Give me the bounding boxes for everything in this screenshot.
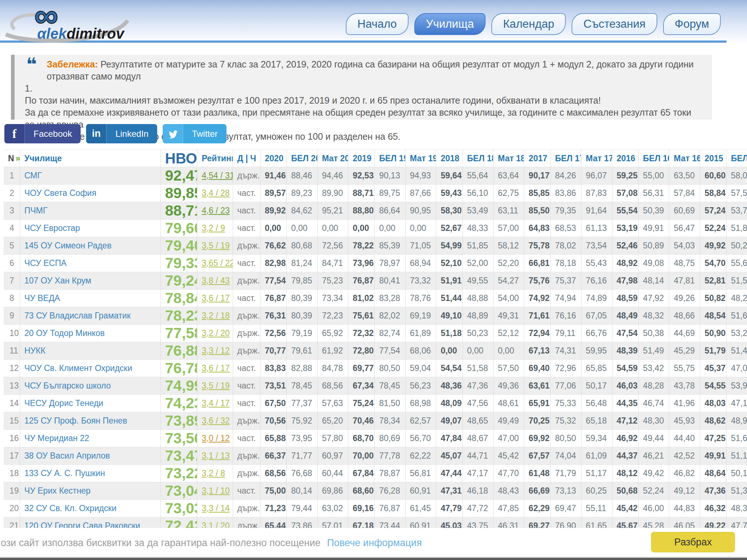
school-link[interactable]: 32 СУ Св. Кл. Охридски	[24, 503, 117, 513]
school-link[interactable]: НУКК	[24, 346, 46, 355]
brand-logo[interactable]: ∞ αlekdimitrov	[2, 0, 133, 43]
rating-cell: 3,3 / 12	[197, 342, 233, 360]
year-score-cell: 67,57	[524, 447, 550, 465]
subject-score-cell: 48,67	[462, 430, 493, 447]
year-score-cell: 69,16	[348, 500, 375, 517]
rating-link[interactable]: 3,6 / 32	[202, 416, 230, 425]
year-score-cell: 67,34	[348, 377, 375, 395]
subject-score-cell: 59,34	[581, 430, 612, 447]
subject-score-cell: 65,92	[317, 325, 348, 342]
column-header[interactable]: N»	[4, 150, 20, 167]
year-score-cell: 85,50	[524, 202, 550, 220]
table-row: 2ЧОУ Света София89,853,4 / 28част.89,578…	[4, 185, 747, 202]
school-link[interactable]: ЧУ Меридиан 22	[24, 433, 89, 443]
year-score-cell: 75,78	[524, 237, 550, 255]
school-link[interactable]: ЧЕСУ Дорис Тенеди	[24, 398, 103, 408]
subject-score-cell: 48,30	[638, 412, 669, 430]
type-cell: държ.	[233, 307, 260, 325]
type-cell: част.	[233, 220, 260, 237]
school-link[interactable]: 20 ОУ Тодор Минков	[24, 328, 105, 338]
subject-score-cell: 48,32	[638, 307, 669, 325]
year-score-cell: 52,24	[700, 220, 726, 237]
school-link[interactable]: ЧУ Ерих Кестнер	[24, 486, 91, 495]
subject-score-cell: 44,71	[462, 447, 493, 465]
tab-Календар[interactable]: Календар	[491, 13, 566, 35]
facebook-share-button[interactable]: f Facebook	[4, 124, 81, 143]
tab-Форум[interactable]: Форум	[663, 13, 721, 35]
school-link[interactable]: 38 ОУ Васил Априлов	[24, 451, 110, 460]
year-score-cell: 76,87	[348, 272, 375, 290]
year-score-cell: 62,29	[524, 500, 550, 517]
subject-score-cell: 77,06	[550, 377, 581, 395]
tab-Училища[interactable]: Училища	[414, 13, 485, 35]
column-header: Д | Ч	[233, 150, 260, 167]
svg-text:αlekdimitrov: αlekdimitrov	[37, 26, 125, 42]
school-link[interactable]: 125 СУ Проф. Боян Пенев	[24, 416, 127, 425]
rating-link[interactable]: 3,8 / 43	[202, 276, 230, 285]
rating-link[interactable]: 3,2 / 20	[202, 328, 230, 338]
cookie-accept-button[interactable]: Разбрах	[651, 532, 735, 552]
rating-link[interactable]: 3,5 / 19	[202, 241, 230, 250]
year-score-cell: 59,43	[436, 185, 462, 202]
rating-link[interactable]: 4,54 / 31	[202, 171, 233, 180]
year-score-cell: 70,77	[260, 342, 286, 360]
rating-link[interactable]: 3,0 / 12	[202, 433, 230, 443]
school-link[interactable]: СМГ	[24, 171, 42, 180]
rating-link[interactable]: 3,4 / 28	[202, 188, 230, 198]
subject-score-cell: 53,42	[638, 360, 669, 377]
subject-score-cell: 48,33	[462, 220, 493, 237]
twitter-share-button[interactable]: Twitter	[163, 124, 227, 143]
rating-link[interactable]: 3,1 / 10	[202, 486, 230, 495]
type-cell: част.	[233, 202, 260, 220]
school-link[interactable]: ЧСУ Евростар	[24, 223, 80, 233]
rating-link[interactable]: 3,3 / 14	[202, 503, 230, 513]
tab-Състезания[interactable]: Състезания	[572, 13, 657, 35]
rating-link[interactable]: 3,3 / 12	[202, 346, 230, 355]
rating-cell: 3,65 / 22	[197, 255, 233, 272]
school-link[interactable]: ПЧМГ	[24, 206, 47, 215]
year-score-cell: 47,84	[436, 430, 462, 447]
school-link[interactable]: 145 ОУ Симеон Радев	[24, 241, 112, 250]
type-cell: част.	[233, 430, 260, 447]
year-score-cell: 53,19	[612, 220, 638, 237]
nvo-score-cell: 89,85	[160, 185, 197, 202]
column-header: БЕЛ 18	[462, 150, 493, 167]
rating-link[interactable]: 3,2 / 9	[202, 223, 225, 233]
rating-link[interactable]: 3,2 / 18	[202, 311, 230, 320]
school-link[interactable]: ЧОУ Св. Климент Охридски	[24, 363, 132, 373]
cookie-more-info-link[interactable]: Повече информация	[327, 537, 422, 548]
year-score-cell: 82,98	[260, 255, 286, 272]
subject-score-cell: 46,18	[462, 482, 493, 500]
school-link[interactable]: ЧСУ ЕСПА	[24, 258, 67, 268]
subject-score-cell: 47,85	[493, 500, 524, 517]
subject-score-cell: 53,78	[727, 202, 747, 220]
subject-score-cell: 78,18	[550, 255, 581, 272]
subject-score-cell: 81,24	[287, 255, 317, 272]
school-link[interactable]: ЧУ ВЕДА	[24, 293, 60, 303]
rating-link[interactable]: 3,6 / 17	[202, 363, 230, 373]
rating-link[interactable]: 3,65 / 22	[202, 258, 233, 268]
rating-link[interactable]: 3,2 / 8	[202, 468, 225, 478]
rating-link[interactable]: 3,5 / 19	[202, 381, 230, 390]
school-link[interactable]: 133 СУ А. С. Пушкин	[24, 468, 105, 478]
school-link[interactable]: 73 СУ Владислав Граматик	[24, 311, 131, 320]
nvo-score-cell: 73,03	[160, 500, 197, 517]
rating-link[interactable]: 3,6 / 17	[202, 293, 230, 303]
subject-score-cell: 50,39	[638, 202, 669, 220]
note-line: Забележка: Резултатите от матурите за 7 …	[25, 58, 700, 82]
subject-score-cell: 56,31	[638, 185, 669, 202]
school-link[interactable]: ЧСУ Българско школо	[24, 381, 111, 390]
column-header: Рейтинг	[197, 150, 233, 167]
year-score-cell: 77,54	[260, 272, 286, 290]
year-score-cell: 0,00	[348, 220, 375, 237]
rating-link[interactable]: 3,4 / 17	[202, 398, 230, 408]
subject-score-cell: 82,88	[287, 360, 317, 377]
tab-Начало[interactable]: Начало	[346, 13, 409, 35]
rating-link[interactable]: 3,1 / 13	[202, 451, 230, 460]
subject-score-cell: 76,16	[581, 272, 612, 290]
school-link[interactable]: ЧОУ Света София	[24, 188, 96, 198]
linkedin-share-button[interactable]: in LinkedIn	[86, 124, 157, 143]
subject-score-cell: 86,64	[375, 202, 405, 220]
rating-link[interactable]: 4,6 / 23	[202, 206, 230, 215]
school-link[interactable]: 107 ОУ Хан Крум	[24, 276, 91, 285]
